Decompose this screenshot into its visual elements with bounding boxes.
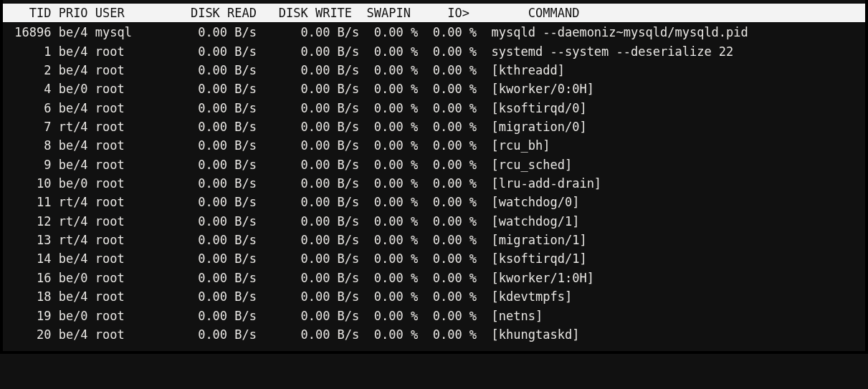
col-io: IO> [425,6,506,20]
table-row[interactable]: 14 be/4 root 0.00 B/s 0.00 B/s 0.00 % 0.… [7,249,865,268]
col-command: COMMAND [506,6,579,20]
cell-disk-read: 0.00 B/s [176,233,278,247]
table-row[interactable]: 16896 be/4 mysql 0.00 B/s 0.00 B/s 0.00 … [7,23,865,42]
table-row[interactable]: 20 be/4 root 0.00 B/s 0.00 B/s 0.00 % 0.… [7,325,865,344]
cell-io: 0.00 % [433,214,492,229]
cell-command: [netns] [492,309,543,323]
cell-user: root [95,251,176,266]
cell-tid: 9 [7,158,59,172]
cell-tid: 2 [7,63,59,77]
table-row[interactable]: 4 be/0 root 0.00 B/s 0.00 B/s 0.00 % 0.0… [7,80,865,98]
cell-command: [rcu_bh] [492,138,550,153]
cell-prio: rt/4 [59,214,95,229]
cell-command: [khungtaskd] [492,327,580,342]
cell-user: root [95,101,176,115]
cell-disk-write: 0.00 B/s [279,309,374,323]
cell-command: [kworker/0:0H] [492,82,594,96]
cell-disk-write: 0.00 B/s [279,138,374,153]
cell-user: root [95,176,176,191]
iotop-root: TID PRIO USER DISK READ DISK WRITE SWAPI… [0,0,868,354]
cell-swapin: 0.00 % [374,271,433,285]
col-disk-write: DISK WRITE [272,6,367,20]
table-row[interactable]: 8 be/4 root 0.00 B/s 0.00 B/s 0.00 % 0.0… [7,136,865,155]
table-row[interactable]: 2 be/4 root 0.00 B/s 0.00 B/s 0.00 % 0.0… [7,61,865,80]
cell-disk-write: 0.00 B/s [279,120,374,134]
cell-prio: rt/4 [59,233,95,247]
cell-disk-read: 0.00 B/s [176,25,278,39]
cell-disk-read: 0.00 B/s [176,101,278,115]
cell-user: root [95,309,176,323]
cell-command: [kthreadd] [492,63,565,77]
cell-user: root [95,82,176,96]
cell-swapin: 0.00 % [374,138,433,153]
cell-disk-write: 0.00 B/s [279,233,374,247]
table-row[interactable]: 12 rt/4 root 0.00 B/s 0.00 B/s 0.00 % 0.… [7,212,865,231]
cell-io: 0.00 % [433,82,492,96]
cell-command: mysqld --daemoniz~mysqld/mysqld.pid [492,25,748,39]
cell-disk-write: 0.00 B/s [279,44,374,59]
cell-io: 0.00 % [433,195,492,209]
table-row[interactable]: 1 be/4 root 0.00 B/s 0.00 B/s 0.00 % 0.0… [7,42,865,61]
cell-disk-read: 0.00 B/s [176,214,278,229]
cell-io: 0.00 % [433,63,492,77]
cell-prio: be/0 [59,271,95,285]
cell-io: 0.00 % [433,176,492,191]
cell-swapin: 0.00 % [374,195,433,209]
table-row[interactable]: 9 be/4 root 0.00 B/s 0.00 B/s 0.00 % 0.0… [7,155,865,174]
cell-tid: 6 [7,101,59,115]
cell-command: [migration/0] [492,120,587,134]
cell-disk-read: 0.00 B/s [176,120,278,134]
cell-command: [watchdog/1] [492,214,580,229]
cell-tid: 12 [7,214,59,229]
cell-user: root [95,214,176,229]
cell-swapin: 0.00 % [374,251,433,266]
cell-user: root [95,327,176,342]
cell-disk-read: 0.00 B/s [176,195,278,209]
cell-user: root [95,138,176,153]
table-row[interactable]: 6 be/4 root 0.00 B/s 0.00 B/s 0.00 % 0.0… [7,99,865,117]
cell-io: 0.00 % [433,251,492,266]
cell-command: [migration/1] [492,233,587,247]
cell-disk-write: 0.00 B/s [279,327,374,342]
column-header-row: TID PRIO USER DISK READ DISK WRITE SWAPI… [3,3,865,23]
cell-swapin: 0.00 % [374,309,433,323]
table-row[interactable]: 19 be/0 root 0.00 B/s 0.00 B/s 0.00 % 0.… [7,307,865,325]
cell-swapin: 0.00 % [374,44,433,59]
cell-swapin: 0.00 % [374,214,433,229]
cell-disk-write: 0.00 B/s [279,63,374,77]
cell-user: root [95,233,176,247]
cell-swapin: 0.00 % [374,289,433,304]
col-tid: TID [7,6,59,20]
cell-disk-read: 0.00 B/s [176,82,278,96]
cell-disk-write: 0.00 B/s [279,82,374,96]
cell-io: 0.00 % [433,233,492,247]
table-row[interactable]: 11 rt/4 root 0.00 B/s 0.00 B/s 0.00 % 0.… [7,193,865,211]
cell-swapin: 0.00 % [374,158,433,172]
cell-tid: 8 [7,138,59,153]
cell-tid: 18 [7,289,59,304]
cell-io: 0.00 % [433,101,492,115]
cell-user: mysql [95,25,176,39]
col-swapin: SWAPIN [367,6,426,20]
cell-tid: 7 [7,120,59,134]
cell-disk-write: 0.00 B/s [279,101,374,115]
cell-swapin: 0.00 % [374,120,433,134]
cell-swapin: 0.00 % [374,82,433,96]
table-row[interactable]: 13 rt/4 root 0.00 B/s 0.00 B/s 0.00 % 0.… [7,231,865,249]
cell-user: root [95,271,176,285]
cell-disk-write: 0.00 B/s [279,195,374,209]
table-row[interactable]: 16 be/0 root 0.00 B/s 0.00 B/s 0.00 % 0.… [7,269,865,287]
cell-tid: 1 [7,44,59,59]
cell-disk-write: 0.00 B/s [279,25,374,39]
table-row[interactable]: 7 rt/4 root 0.00 B/s 0.00 B/s 0.00 % 0.0… [7,117,865,136]
cell-disk-write: 0.00 B/s [279,214,374,229]
cell-tid: 14 [7,251,59,266]
cell-command: [kworker/1:0H] [492,271,594,285]
cell-disk-read: 0.00 B/s [176,176,278,191]
process-list[interactable]: 16896 be/4 mysql 0.00 B/s 0.00 B/s 0.00 … [3,23,865,344]
cell-command: [rcu_sched] [492,158,573,172]
table-row[interactable]: 10 be/0 root 0.00 B/s 0.00 B/s 0.00 % 0.… [7,174,865,193]
cell-io: 0.00 % [433,271,492,285]
table-row[interactable]: 18 be/4 root 0.00 B/s 0.00 B/s 0.00 % 0.… [7,287,865,306]
cell-prio: be/4 [59,138,95,153]
